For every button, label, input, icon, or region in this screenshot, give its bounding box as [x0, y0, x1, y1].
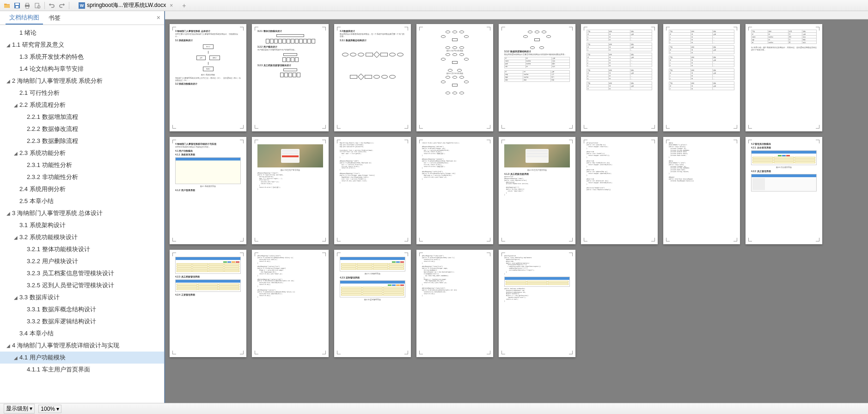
page-text: 海纳部门人事管理系统从架构上分为三层：表示层（UI）、业务逻辑层（BLL）以及数…: [175, 77, 241, 82]
page-thumbnail[interactable]: 4.2 管理员功能模块 4.2.1 后台首页界面 图4.6 后台首页界面 4.2…: [746, 137, 822, 244]
outline-toggle-icon[interactable]: ◢: [13, 295, 18, 300]
outline-label: 2.2.2 数据修改流程: [27, 125, 78, 133]
page-text: 数据库的设计承载着系统的各种数据，在一个系统中各种数据都需要一个专门的容器...: [340, 33, 405, 38]
outline-item[interactable]: 1.3 系统开发技术的特色: [0, 51, 164, 63]
outline-item[interactable]: 3.2.2 用户模块设计: [0, 255, 164, 267]
outline-item[interactable]: 1 绪论: [0, 27, 164, 39]
outline-item[interactable]: 3.2.1 整体功能模块设计: [0, 243, 164, 255]
sidebar-close-icon[interactable]: ×: [157, 14, 160, 21]
page-thumbnail[interactable]: 图3.5 用户E-R关系图 图3.6 员工E-R关系图: [416, 24, 493, 131]
page-thumbnail[interactable]: @PostMapping("/late/save") public R save…: [416, 250, 493, 357]
main-area: 文档结构图 书签 × 1 绪论◢1.1 研究背景及意义1.3 系统开发技术的特色…: [0, 11, 868, 403]
page-thumbnail[interactable]: 图4.9 工资管理界面 4.2.5 迟到管理界面 图4.10 迟到管理界面: [334, 250, 411, 357]
outline-toggle-icon[interactable]: ◢: [13, 103, 18, 108]
outline-item[interactable]: 3.1 系统架构设计: [0, 219, 164, 231]
outline-item[interactable]: 2.3.2 非功能性分析: [0, 171, 164, 183]
outline-item[interactable]: ◢3.2 系统功能模块设计: [0, 231, 164, 243]
page-text: 3.4 本章小结：整个系统采用分层架构设计，将表示层、业务逻辑层和数据访问层进行…: [751, 47, 817, 51]
ui-screenshot: [175, 257, 241, 274]
open-icon[interactable]: [3, 1, 11, 10]
tab-bookmark[interactable]: 书签: [45, 12, 64, 24]
outline-item[interactable]: ◢3.3 数据库设计: [0, 291, 164, 303]
page-thumbnail[interactable]: 字段类型说明idint主键astr...bstr... 字段类型说明idint主…: [581, 24, 658, 131]
outline-item[interactable]: ◢4.1 用户功能模块: [0, 352, 164, 364]
outline-item[interactable]: 2.3.1 功能性分析: [0, 159, 164, 171]
outline-item[interactable]: 2.5 本章小结: [0, 195, 164, 207]
document-viewport[interactable]: 3 海纳部门人事管理系统 总体设计 本章主要讨论的内容包括海纳部门人事管理系统的…: [165, 11, 868, 403]
outline-item[interactable]: 3.3.1 数据库概念结构设计: [0, 303, 164, 315]
outline-item[interactable]: 1.4 论文结构与章节安排: [0, 63, 164, 75]
outline-label: 3 海纳部门人事管理系统 总体设计: [12, 209, 103, 217]
outline-toggle-icon[interactable]: ◢: [6, 79, 11, 84]
outline-toggle-icon[interactable]: ◢: [6, 343, 11, 348]
page-thumbnail[interactable]: 3 海纳部门人事管理系统 总体设计 本章主要讨论的内容包括海纳部门人事管理系统的…: [170, 24, 246, 131]
page-text: 数据库的逻辑结构设计主要是将概念结构设计阶段的E-R图转换成数据库表...: [504, 54, 570, 56]
tab-outline[interactable]: 文档结构图: [6, 12, 43, 25]
ui-screenshot: [504, 144, 570, 167]
db-table: 字段类型说明idint主键astr...bstr...cstr...: [669, 30, 734, 44]
outline-label: 2.1 可行性分析: [19, 89, 60, 97]
add-tab-icon[interactable]: +: [182, 2, 186, 9]
page-thumbnail[interactable]: 3.3.2 数据库逻辑结构设计 数据库的逻辑结构设计主要是将概念结构设计阶段的E…: [499, 24, 575, 131]
preview-icon[interactable]: [33, 1, 42, 10]
db-table: 字段类型说明idint主键xstr...ystr...zstr...: [587, 53, 652, 67]
page-thumbnail[interactable]: 图4.3 车主用户首页界面 4.1.3 员工档案信息界面 @Controller…: [499, 137, 575, 244]
outline-item[interactable]: ◢2.2 系统流程分析: [0, 99, 164, 111]
ui-screenshot: [175, 279, 241, 292]
outline-toggle-icon[interactable]: ◢: [13, 151, 18, 156]
outline-toggle-icon[interactable]: ◢: [6, 211, 11, 216]
outline-toggle-icon[interactable]: ◢: [6, 43, 11, 48]
page-thumbnail[interactable]: 字段类型长度说明idint11主键namevarchar255名称ageint1…: [746, 24, 822, 131]
outline-item[interactable]: ◢1.1 研究背景及意义: [0, 39, 164, 51]
outline-item[interactable]: ◢3 海纳部门人事管理系统 总体设计: [0, 207, 164, 219]
zoom-select[interactable]: 100% ▾: [38, 405, 61, 413]
close-tab-icon[interactable]: ×: [170, 2, 173, 9]
outline-label: 3.3.2 数据库逻辑结构设计: [27, 317, 96, 326]
diagram-node: 业务: [196, 56, 206, 60]
page-thumbnail[interactable]: @Data @TableName("t_salary") public clas…: [663, 137, 740, 244]
page-thumbnail[interactable]: 4 海纳部门人事管理系统详细设计与实现 本章将对系统的详细设计与实现进行阐述..…: [170, 137, 246, 244]
outline-item[interactable]: 2.4 系统用例分析: [0, 183, 164, 195]
outline-item[interactable]: 3.3.2 数据库逻辑结构设计: [0, 315, 164, 327]
document-tab[interactable]: W springboot海...管理系统LW.docx ×: [75, 0, 177, 10]
outline-tree[interactable]: 1 绪论◢1.1 研究背景及意义1.3 系统开发技术的特色1.4 论文结构与章节…: [0, 25, 164, 403]
outline-item[interactable]: 3.2.5 迟到人员登记管理模块设计: [0, 279, 164, 291]
outline-item[interactable]: ◢4 海纳部门人事管理系统详细设计与实现: [0, 340, 164, 352]
print-icon[interactable]: [23, 1, 31, 10]
outline-toggle-icon[interactable]: ◢: [13, 235, 18, 240]
outline-item[interactable]: 4.1.1 车主用户首页界面: [0, 364, 164, 376]
display-level-select[interactable]: 显示级别 ▾: [4, 404, 35, 414]
diagram-node: 逻辑层: [209, 56, 220, 60]
page-thumbnail[interactable]: 4.2.3 员工档案管理界面 4.2.4 工资管理界面: [170, 250, 246, 357]
outline-item[interactable]: 2.2.2 数据修改流程: [0, 123, 164, 135]
db-table: 字段类型说明idint主键astr...: [587, 43, 652, 51]
outline-item[interactable]: ◢2 海纳部门人事管理系统 系统分析: [0, 75, 164, 87]
page-thumbnail[interactable]: Map<String,Object> map = new HashMap<>()…: [334, 137, 411, 244]
outline-item[interactable]: 2.1 可行性分析: [0, 87, 164, 99]
page-thumbnail[interactable]: 字段类型说明idint主键astr...bstr...cstr... 字段类型说…: [663, 24, 740, 131]
toolbar-separator: [44, 2, 45, 9]
outline-item[interactable]: 2.2.3 数据删除流程: [0, 135, 164, 147]
page-thumbnail[interactable]: @PostMapping("/salary/save") public R sa…: [252, 250, 329, 357]
outline-label: 1.3 系统开发技术的特色: [19, 53, 84, 61]
page-thumbnail[interactable]: 3.3 数据库设计 数据库的设计承载着系统的各种数据，在一个系统中各种数据都需要…: [334, 24, 411, 131]
redo-icon[interactable]: [58, 1, 66, 10]
diagram-node: 数据层: [203, 67, 214, 71]
outline-item[interactable]: 2.2.1 数据增加流程: [0, 111, 164, 123]
toolbar-separator: [69, 2, 69, 9]
outline-label: 3.2.5 迟到人员登记管理模块设计: [27, 281, 114, 290]
save-icon[interactable]: [13, 1, 21, 10]
page-thumbnail[interactable]: @Configuration public class WebConfig im…: [499, 250, 575, 357]
undo-icon[interactable]: [48, 1, 56, 10]
outline-label: 4 海纳部门人事管理系统详细设计与实现: [12, 341, 119, 350]
page-thumbnail[interactable]: 图4.2 车主用户登录界面 @RequestMapping("/login") …: [252, 137, 329, 244]
page-thumbnail[interactable]: return R.ok().put("data",new PageInfo(li…: [416, 137, 493, 244]
outline-item[interactable]: 3.2.3 员工档案信息管理模块设计: [0, 267, 164, 279]
outline-item[interactable]: 3.4 本章小结: [0, 327, 164, 340]
top-toolbar: W springboot海...管理系统LW.docx × +: [0, 0, 868, 11]
outline-toggle-icon[interactable]: ◢: [13, 355, 18, 360]
outline-item[interactable]: ◢2.3 系统功能分析: [0, 147, 164, 159]
page-thumbnail[interactable]: 3.2.1 整体功能模块设计 3.2.2 用户模块设计 用户模块实现了对管理系统…: [252, 24, 329, 131]
outline-label: 2.3.1 功能性分析: [27, 161, 72, 169]
page-thumbnail[interactable]: @Transactional public int save(Emp e){ r…: [581, 137, 658, 244]
